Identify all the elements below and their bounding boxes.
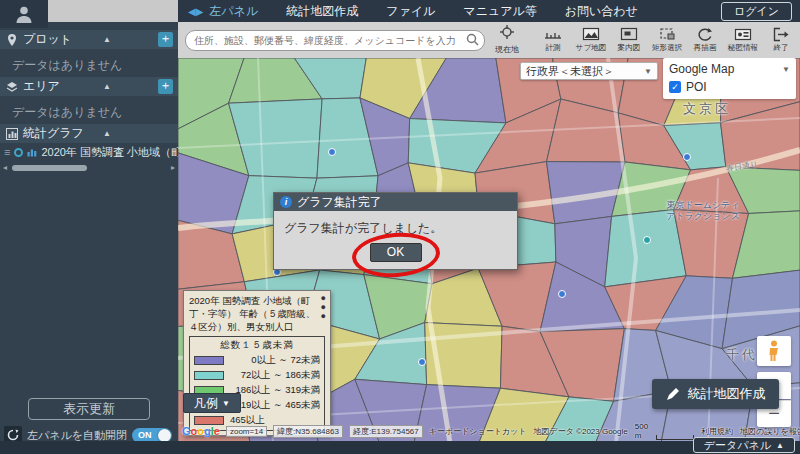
scroll-right-icon[interactable]: ▸ <box>171 163 175 172</box>
dialog-title: グラフ集計完了 <box>297 194 382 211</box>
map-poi-label: 東京ドームシティアトラクションズ <box>663 200 743 222</box>
user-tab-strip <box>48 0 178 22</box>
poi-marker-icon[interactable] <box>558 290 566 298</box>
exit-icon <box>772 27 790 42</box>
guide-map-tool-button[interactable]: 案内図 <box>610 27 648 53</box>
info-icon: i <box>280 196 292 208</box>
stat-map-create-button[interactable]: 統計地図作成 <box>652 379 779 409</box>
sidebar-section-area[interactable]: エリア ▲ ＋ <box>0 77 178 96</box>
admin-boundary-select[interactable]: 行政界＜未選択＞ ▼ <box>520 62 658 80</box>
kebab-menu-icon[interactable]: ●●● <box>321 294 326 321</box>
latitude-readout: 緯度:N35.684863 <box>273 425 343 438</box>
legend-range: 72以上 ～ 186未満 <box>229 369 320 382</box>
sidebar-horizontal-scrollbar[interactable]: ◂ ▸ <box>0 163 178 173</box>
scrollbar-thumb[interactable] <box>12 165 87 171</box>
add-plot-button[interactable]: ＋ <box>158 32 173 47</box>
nav-item-contact[interactable]: お問い合わせ <box>551 3 652 20</box>
poi-marker-icon[interactable] <box>683 153 691 161</box>
data-panel-button[interactable]: データパネル ▲ <box>693 437 795 453</box>
basemap-select[interactable]: Google Map ▼ <box>669 60 790 78</box>
left-panel: プロット ▲ ＋ データはありません エリア ▲ ＋ データはありません <box>0 0 178 441</box>
visibility-radio-icon[interactable] <box>14 148 23 157</box>
pin-icon <box>6 34 18 46</box>
legend-range: 319以上 ～ 465未満 <box>229 399 320 412</box>
poi-checkbox[interactable]: ✓ <box>669 81 681 93</box>
scroll-left-icon[interactable]: ◂ <box>3 163 7 172</box>
sidebar-section-plot[interactable]: プロット ▲ ＋ <box>0 30 178 49</box>
redraw-tool-button[interactable]: 再描画 <box>686 27 724 53</box>
longitude-readout: 経度:E139.754567 <box>349 425 423 438</box>
collapse-arrow-icon[interactable]: ▲ <box>103 129 111 138</box>
legend-swatch <box>194 371 224 380</box>
privacy-info-tool-button[interactable]: 秘匿情報 <box>724 27 762 53</box>
area-empty-text: データはありません <box>0 96 178 124</box>
nav-item-left-panel[interactable]: 左パネル <box>209 3 272 20</box>
collapse-arrow-icon[interactable]: ▲ <box>103 35 111 44</box>
chevron-down-icon: ▼ <box>222 399 230 408</box>
nav-item-file[interactable]: ファイル <box>372 3 449 20</box>
basemap-value: Google Map <box>669 62 734 76</box>
poi-checkbox-label: POI <box>686 80 707 94</box>
legend-class-row: 72以上 ～ 186未満 <box>194 369 320 382</box>
add-area-button[interactable]: ＋ <box>158 79 173 94</box>
crosshair-icon <box>500 25 514 39</box>
nav-item-stat-map[interactable]: 統計地図作成 <box>272 3 372 20</box>
search-wrap <box>185 30 485 51</box>
legend-range: 0以上 ～ 72未満 <box>229 354 320 367</box>
legend-range: 186以上 ～ 319未満 <box>229 384 320 397</box>
legend-class-row: 0以上 ～ 72未満 <box>194 354 320 367</box>
collapse-arrow-icon[interactable]: ▲ <box>103 82 111 91</box>
sidebar-section-label: エリア <box>23 78 60 95</box>
dialog-title-bar[interactable]: i グラフ集計完了 <box>274 193 517 211</box>
nav-item-manual[interactable]: マニュアル等 <box>449 3 550 20</box>
sidebar-section-label: 統計グラフ <box>23 125 84 142</box>
toggle-knob <box>158 429 171 442</box>
guide-map-icon <box>620 27 638 42</box>
admin-boundary-value: 行政界＜未選択＞ <box>526 64 614 79</box>
stat-graph-list-item[interactable]: ≡ 2020年 国勢調査 小地域（町丁 <box>0 143 178 161</box>
legend-toggle-button[interactable]: 凡例 ▼ <box>183 393 241 413</box>
zoom-level: zoom=14 <box>226 426 267 437</box>
poi-marker-icon[interactable] <box>328 148 336 156</box>
pegman-control[interactable] <box>757 336 791 366</box>
search-input[interactable] <box>185 30 485 51</box>
legend-classes: 総数１５歳未満 0以上 ～ 72未満 72以上 ～ 186未満 186以上 ～ … <box>189 336 325 431</box>
privacy-info-icon <box>734 27 752 42</box>
user-icon <box>14 4 34 24</box>
current-location-button[interactable]: 現在地 <box>490 25 524 55</box>
chevron-down-icon: ▼ <box>644 67 652 76</box>
chevron-up-icon: ▲ <box>776 441 784 450</box>
redraw-icon <box>696 27 714 42</box>
rect-select-icon <box>658 27 676 42</box>
app-window: 文京区 千代田区 東京ドームシティアトラクションズ 春日通り 行政界＜未選択＞ … <box>0 0 800 454</box>
user-account-button[interactable] <box>0 0 48 28</box>
scale-bar: 500 m <box>635 422 694 440</box>
terms-link[interactable]: 利用規約 <box>701 426 733 437</box>
legend-title: 2020年 国勢調査 小地域（町丁・字等） 年齢（５歳階級、４区分）別、男女別人… <box>189 295 325 333</box>
drag-handle-icon[interactable]: ≡ <box>4 146 10 158</box>
report-error-link[interactable]: 地図の誤りを報告する <box>740 426 800 437</box>
pencil-icon <box>666 387 680 401</box>
keyboard-shortcuts-link[interactable]: キーボードショートカット <box>429 426 527 437</box>
submap-icon <box>582 27 600 42</box>
rect-select-tool-button[interactable]: 矩形選択 <box>648 27 686 53</box>
plot-empty-text: データはありません <box>0 49 178 77</box>
chevron-down-icon: ▼ <box>782 65 790 74</box>
stat-graph-item-label: 2020年 国勢調査 小地域（町丁 <box>41 145 178 160</box>
sidebar-section-stat-graph[interactable]: 統計グラフ ▲ <box>0 124 178 143</box>
panel-collapse-arrows-icon[interactable]: ◀▶ <box>188 6 203 17</box>
poi-marker-icon[interactable] <box>418 358 426 366</box>
measure-tool-button[interactable]: 計測 <box>534 27 572 53</box>
ruler-icon <box>544 27 562 42</box>
login-button[interactable]: ログイン <box>721 2 792 21</box>
exit-tool-button[interactable]: 終了 <box>762 27 800 53</box>
refresh-view-button[interactable]: 表示更新 <box>28 398 150 420</box>
search-icon[interactable] <box>466 33 479 46</box>
google-logo: Google <box>182 425 220 437</box>
chart-icon <box>6 128 18 140</box>
legend-panel: ●●● 2020年 国勢調査 小地域（町丁・字等） 年齢（５歳階級、４区分）別、… <box>183 290 331 436</box>
legend-subtitle: 総数１５歳未満 <box>194 339 320 352</box>
tool-button-group: 計測 サブ地図 案内図 矩形 <box>534 27 800 53</box>
submap-tool-button[interactable]: サブ地図 <box>572 27 610 53</box>
poi-marker-icon[interactable] <box>643 236 651 244</box>
